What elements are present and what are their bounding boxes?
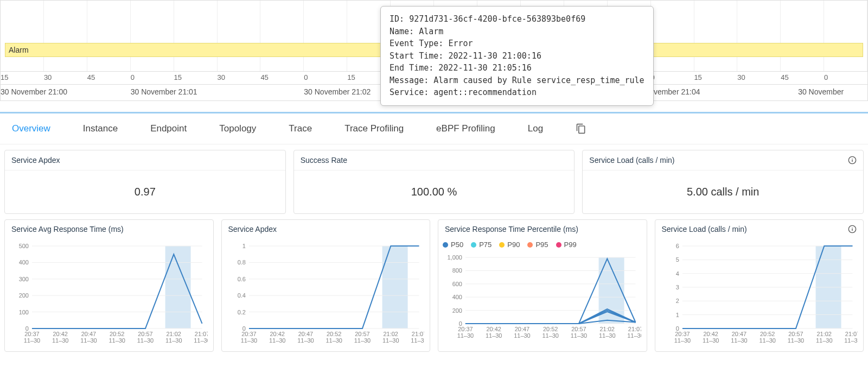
chart-avg-resp-svg: 010020030040050020:3711–3020:4211–3020:4…: [10, 242, 208, 345]
svg-text:11–30: 11–30: [297, 337, 314, 344]
timeline-minor-tick: 15: [174, 73, 182, 81]
svg-text:11–30: 11–30: [571, 332, 588, 339]
svg-text:20:57: 20:57: [571, 326, 586, 332]
svg-text:11–30: 11–30: [165, 337, 182, 344]
svg-text:21:02: 21:02: [600, 326, 615, 332]
chart-load-svg: 012345620:3711–3020:4211–3020:4711–3020:…: [661, 242, 858, 345]
svg-text:11–30: 11–30: [815, 337, 832, 344]
svg-text:200: 200: [452, 307, 462, 314]
svg-text:21:07: 21:07: [195, 331, 208, 337]
info-icon[interactable]: [848, 156, 857, 165]
tab-ebpf-profiling[interactable]: eBPF Profiling: [436, 123, 495, 134]
info-icon[interactable]: [848, 225, 857, 233]
timeline-minor-tick: 45: [260, 73, 268, 81]
svg-text:0.8: 0.8: [237, 259, 245, 266]
card-load-value: 5.00 calls / min: [583, 170, 863, 213]
tab-trace-profiling[interactable]: Trace Profiling: [344, 123, 404, 134]
svg-text:1,000: 1,000: [448, 254, 462, 261]
svg-text:11–30: 11–30: [787, 337, 804, 344]
svg-text:11–30: 11–30: [382, 337, 399, 344]
svg-text:300: 300: [19, 276, 29, 282]
card-success-value: 100.00 %: [294, 170, 575, 213]
percentile-legend: P50 P75 P90 P95 P99: [438, 238, 647, 250]
svg-text:20:52: 20:52: [543, 326, 558, 332]
timeline-minor-tick: 15: [694, 73, 701, 81]
svg-text:20:37: 20:37: [458, 326, 473, 332]
svg-text:11–30: 11–30: [759, 337, 776, 344]
legend-p95[interactable]: P95: [527, 241, 548, 249]
svg-text:11–30: 11–30: [486, 332, 502, 339]
svg-text:20:47: 20:47: [81, 331, 96, 337]
card-apdex-value: 0.97: [5, 170, 285, 213]
svg-text:20:57: 20:57: [138, 331, 152, 337]
svg-text:21:07: 21:07: [411, 331, 424, 337]
card-success: Success Rate 100.00 %: [293, 150, 575, 214]
svg-text:400: 400: [19, 259, 29, 266]
svg-text:11–30: 11–30: [844, 337, 858, 344]
tab-topology[interactable]: Topology: [219, 123, 256, 134]
tab-overview[interactable]: Overview: [12, 123, 50, 134]
copy-icon[interactable]: [576, 123, 586, 134]
timeline-minor-tick: 30: [737, 73, 745, 81]
timeline-major-tick: 30 November 21:01: [131, 87, 197, 96]
svg-text:0.6: 0.6: [237, 276, 245, 282]
svg-text:20:37: 20:37: [241, 331, 256, 337]
legend-p99[interactable]: P99: [556, 241, 577, 249]
svg-text:500: 500: [19, 243, 29, 249]
svg-text:21:07: 21:07: [628, 326, 641, 332]
timeline-major-tick: 30 November 21:00: [1, 87, 67, 96]
svg-text:11–30: 11–30: [269, 337, 285, 344]
chart-row: Service Avg Response Time (ms) 010020030…: [0, 219, 868, 358]
card-load: Service Load (calls / min) 5.00 calls / …: [582, 150, 864, 214]
legend-p50[interactable]: P50: [443, 241, 463, 249]
svg-text:3: 3: [675, 284, 679, 290]
svg-text:11–30: 11–30: [194, 337, 207, 344]
alarm-label: Alarm: [9, 46, 29, 54]
svg-text:11–30: 11–30: [137, 337, 154, 344]
timeline-minor-tick: 15: [347, 73, 355, 81]
svg-text:1: 1: [242, 243, 245, 249]
tab-endpoint[interactable]: Endpoint: [150, 123, 187, 134]
tab-instance[interactable]: Instance: [83, 123, 118, 134]
svg-text:11–30: 11–30: [354, 337, 371, 344]
svg-text:600: 600: [452, 281, 462, 287]
chart-percentile-svg: 02004006008001,00020:3711–3020:4211–3020…: [444, 253, 641, 340]
svg-text:11–30: 11–30: [52, 337, 69, 344]
svg-text:11–30: 11–30: [457, 332, 474, 339]
timeline: Alarm ID: 9271d731-36cf-4200-bfce-563893…: [0, 0, 868, 101]
svg-text:20:42: 20:42: [270, 331, 284, 337]
tab-log[interactable]: Log: [528, 123, 543, 134]
card-success-title: Success Rate: [301, 156, 347, 165]
legend-p75[interactable]: P75: [471, 241, 492, 249]
svg-text:20:47: 20:47: [515, 326, 529, 332]
svg-text:400: 400: [452, 294, 462, 300]
svg-text:20:57: 20:57: [355, 331, 369, 337]
svg-text:11–30: 11–30: [674, 337, 691, 344]
chart-apdex: Service Apdex 00.20.40.60.8120:3711–3020…: [221, 219, 431, 352]
svg-text:20:47: 20:47: [298, 331, 312, 337]
svg-text:21:02: 21:02: [816, 331, 831, 337]
card-load-title: Service Load (calls / min): [589, 156, 674, 165]
svg-text:20:42: 20:42: [703, 331, 718, 337]
timeline-major-tick: 30 November: [798, 87, 844, 96]
timeline-major-tick: 30 November 21:02: [304, 87, 371, 96]
svg-text:100: 100: [19, 309, 29, 315]
legend-p90[interactable]: P90: [499, 241, 520, 249]
svg-text:11–30: 11–30: [240, 337, 257, 344]
tab-bar: Overview Instance Endpoint Topology Trac…: [0, 113, 868, 144]
svg-text:0.4: 0.4: [237, 292, 245, 299]
card-apdex-title: Service Apdex: [11, 156, 60, 165]
card-apdex: Service Apdex 0.97: [4, 150, 286, 214]
svg-text:20:37: 20:37: [24, 331, 39, 337]
svg-text:11–30: 11–30: [627, 332, 641, 339]
svg-text:11–30: 11–30: [24, 337, 41, 344]
chart-apdex-svg: 00.20.40.60.8120:3711–3020:4211–3020:471…: [227, 242, 425, 345]
tab-trace[interactable]: Trace: [289, 123, 312, 134]
svg-text:11–30: 11–30: [326, 337, 342, 344]
timeline-minor-tick: 0: [131, 73, 135, 81]
timeline-minor-tick: 15: [1, 73, 8, 81]
svg-text:20:47: 20:47: [731, 331, 746, 337]
svg-text:11–30: 11–30: [80, 337, 97, 344]
svg-text:1: 1: [675, 312, 679, 318]
svg-text:21:02: 21:02: [167, 331, 181, 337]
